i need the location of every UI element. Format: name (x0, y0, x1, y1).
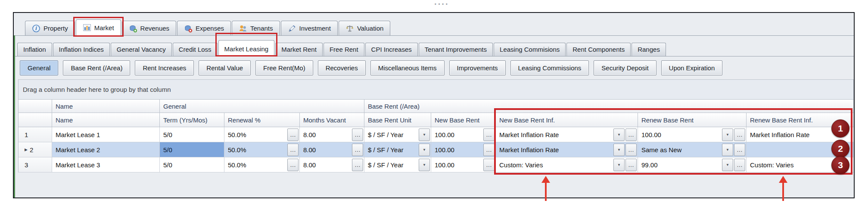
header-base-rent-unit[interactable]: Base Rent Unit (364, 113, 431, 127)
ellipsis-button[interactable]: … (483, 128, 495, 141)
tab-label: Investment (299, 25, 331, 32)
cell-new-base-rent-inf[interactable]: Market Inflation Rate ▼… (496, 127, 638, 142)
ellipsis-button[interactable]: … (734, 159, 745, 171)
tab-revenues[interactable]: Revenues (122, 21, 177, 35)
ellipsis-button[interactable]: … (287, 128, 299, 141)
cell-base-rent-unit[interactable]: $ / SF / Year ▼ (364, 127, 431, 142)
band-name[interactable]: Name (52, 100, 160, 113)
cell-new-base-rent[interactable]: 100.00 … (431, 142, 496, 157)
section-button-base-rent-area[interactable]: Base Rent (/Area) (63, 60, 130, 75)
tab-tenants[interactable]: Tenants (232, 21, 280, 35)
subtab-leasing-commisions[interactable]: Leasing Commisions (494, 43, 566, 56)
header-new-base-rent-inf[interactable]: New Base Rent Inf. (496, 113, 638, 127)
header-term[interactable]: Term (Yrs/Mos) (160, 113, 224, 127)
cell-new-base-rent-inf[interactable]: Market Inflation Rate ▼… (496, 142, 638, 157)
window-drag-handle[interactable]: ···· (434, 0, 449, 9)
ellipsis-button[interactable]: … (625, 159, 637, 171)
cell-months-vacant[interactable]: 8.00 … (300, 157, 364, 172)
cell-renew-base-rent[interactable]: 99.00 ▼… (638, 157, 747, 172)
tab-expenses[interactable]: Expenses (177, 21, 231, 35)
subtab-ranges[interactable]: Ranges (632, 43, 666, 56)
tab-valuation[interactable]: Valuation (339, 21, 390, 35)
header-renewal[interactable]: Renewal % (224, 113, 300, 127)
cell-term[interactable]: 5/0 (160, 157, 224, 172)
section-button-recoveries[interactable]: Recoveries (318, 60, 366, 75)
header-name[interactable]: Name (52, 113, 160, 127)
section-button-improvements[interactable]: Improvements (449, 60, 506, 75)
ellipsis-button[interactable]: … (352, 159, 363, 171)
tenants-people-icon (239, 24, 247, 33)
cell-name[interactable]: Market Lease 3 (52, 157, 160, 172)
subtab-market-rent[interactable]: Market Rent (275, 43, 323, 56)
row-number-cell[interactable]: 3 (19, 157, 52, 172)
ellipsis-button[interactable]: … (734, 144, 745, 156)
section-button-upon-expiration[interactable]: Upon Expiration (661, 60, 723, 75)
dropdown-button[interactable]: ▼ (419, 144, 430, 156)
subtab-rent-components[interactable]: Rent Components (566, 43, 631, 56)
ellipsis-button[interactable]: … (625, 128, 637, 141)
cell-name[interactable]: Market Lease 2 (52, 142, 160, 157)
cell-new-base-rent-inf[interactable]: Custom: Varies ▼… (496, 157, 638, 172)
cell-base-rent-unit[interactable]: $ / SF / Year ▼ (364, 157, 431, 172)
ellipsis-button[interactable]: … (352, 128, 363, 141)
subtab-inflation-indices[interactable]: Inflation Indices (53, 43, 110, 56)
header-months-vacant[interactable]: Months Vacant (300, 113, 364, 127)
row-number-cell[interactable]: 1 (19, 127, 52, 142)
ellipsis-button[interactable]: … (625, 144, 637, 156)
tab-investment[interactable]: Investment (281, 21, 338, 35)
ellipsis-button[interactable]: … (483, 159, 495, 171)
section-button-leasing-commissions[interactable]: Leasing Commissions (510, 60, 589, 75)
dropdown-button[interactable]: ▼ (613, 128, 625, 141)
cell-new-base-rent[interactable]: 100.00 … (431, 157, 496, 172)
cell-renewal[interactable]: 50.0% … (224, 127, 300, 142)
cell-name[interactable]: Market Lease 1 (52, 127, 160, 142)
section-button-general[interactable]: General (20, 60, 58, 75)
dropdown-button[interactable]: ▼ (722, 159, 733, 171)
cell-term-focused[interactable]: 5/0 (160, 142, 224, 157)
group-by-drop-zone[interactable]: Drag a column header here to group by th… (18, 79, 854, 99)
ellipsis-button[interactable]: … (287, 144, 299, 156)
table-row[interactable]: 3 Market Lease 3 5/0 50.0% … 8.00 … $ / … (19, 157, 854, 172)
pen-icon (288, 24, 296, 33)
dropdown-button[interactable]: ▼ (613, 159, 625, 171)
band-base-rent-area[interactable]: Base Rent (/Area) (364, 100, 854, 113)
subtab-general-vacancy[interactable]: General Vacancy (111, 43, 172, 56)
subtab-market-leasing[interactable]: Market Leasing (218, 40, 275, 56)
header-new-base-rent[interactable]: New Base Rent (431, 113, 496, 127)
ellipsis-button[interactable]: … (352, 144, 363, 156)
dropdown-button[interactable]: ▼ (613, 144, 625, 156)
cell-renew-base-rent[interactable]: 100.00 ▼… (638, 127, 747, 142)
ellipsis-button[interactable]: … (483, 144, 495, 156)
dropdown-button[interactable]: ▼ (722, 128, 733, 141)
dropdown-button[interactable]: ▼ (419, 159, 430, 171)
section-button-security-deposit[interactable]: Security Deposit (594, 60, 656, 75)
subtab-credit-loss[interactable]: Credit Loss (173, 43, 218, 56)
table-row[interactable]: ▶2 Market Lease 2 5/0 50.0% … 8.00 … $ /… (19, 142, 854, 157)
table-row[interactable]: 1 Market Lease 1 5/0 50.0% … 8.00 … $ / … (19, 127, 854, 142)
subtab-cpi-increases[interactable]: CPI Increases (365, 43, 418, 56)
cell-term[interactable]: 5/0 (160, 127, 224, 142)
cell-months-vacant[interactable]: 8.00 … (300, 142, 364, 157)
cell-renewal[interactable]: 50.0% … (224, 142, 300, 157)
ellipsis-button[interactable]: … (287, 159, 299, 171)
cell-base-rent-unit[interactable]: $ / SF / Year ▼ (364, 142, 431, 157)
cell-renewal[interactable]: 50.0% … (224, 157, 300, 172)
cell-months-vacant[interactable]: 8.00 … (300, 127, 364, 142)
subtab-tenant-improvements[interactable]: Tenant Improvements (419, 43, 493, 56)
band-general[interactable]: General (160, 100, 364, 113)
cell-renew-base-rent[interactable]: Same as New ▼… (638, 142, 747, 157)
subtab-inflation[interactable]: Inflation (17, 43, 52, 56)
section-button-rent-increases[interactable]: Rent Increases (135, 60, 194, 75)
ellipsis-button[interactable]: … (734, 128, 745, 141)
section-button-rental-value[interactable]: Rental Value (199, 60, 251, 75)
row-number-cell[interactable]: ▶2 (19, 142, 52, 157)
section-button-miscellaneous-items[interactable]: Miscellaneous Items (370, 60, 445, 75)
dropdown-button[interactable]: ▼ (722, 144, 733, 156)
subtab-free-rent[interactable]: Free Rent (324, 43, 364, 56)
header-renew-base-rent[interactable]: Renew Base Rent (638, 113, 747, 127)
cell-new-base-rent[interactable]: 100.00 … (431, 127, 496, 142)
dropdown-button[interactable]: ▼ (419, 128, 430, 141)
section-button-free-rent-mo[interactable]: Free Rent(Mo) (255, 60, 313, 75)
tab-market[interactable]: Market (76, 19, 121, 35)
tab-property[interactable]: i Property (25, 21, 75, 35)
